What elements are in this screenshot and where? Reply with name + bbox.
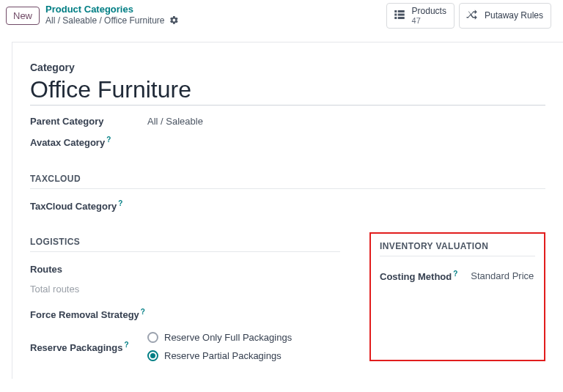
form-sheet-outer: Category Parent Category All / Saleable …: [0, 30, 563, 379]
shuffle-icon: [466, 8, 479, 23]
reserve-partial-label: Reserve Partial Packagings: [164, 350, 282, 361]
gear-icon[interactable]: [169, 15, 179, 28]
category-field-label: Category: [30, 62, 545, 73]
costing-method-value[interactable]: Standard Price: [471, 270, 534, 281]
taxcloud-label: TaxCloud Category?: [30, 199, 133, 212]
reserve-only-full-option[interactable]: Reserve Only Full Packagings: [147, 332, 292, 343]
total-routes-text: Total routes: [30, 284, 340, 295]
breadcrumb: Product Categories All / Saleable / Offi…: [45, 4, 380, 28]
force-removal-label: Force Removal Strategy?: [30, 308, 340, 320]
svg-rect-5: [397, 17, 404, 19]
routes-label: Routes: [30, 264, 340, 275]
putaway-stat-label: Putaway Rules: [485, 11, 543, 21]
list-icon: [393, 8, 406, 23]
two-column-area: LOGISTICS Routes Total routes Force Remo…: [30, 237, 545, 361]
parent-category-label: Parent Category: [30, 116, 133, 127]
reserve-packagings-label: Reserve Packagings?: [30, 341, 133, 353]
form-sheet: Category Parent Category All / Saleable …: [12, 42, 563, 379]
inventory-valuation-box: INVENTORY VALUATION Costing Method? Stan…: [369, 232, 545, 361]
help-icon[interactable]: ?: [141, 308, 145, 316]
costing-method-label: Costing Method?: [380, 270, 457, 282]
parent-category-row: Parent Category All / Saleable: [30, 116, 545, 127]
help-icon[interactable]: ?: [124, 341, 128, 349]
svg-rect-1: [397, 10, 404, 12]
products-stat-count: 47: [412, 16, 446, 25]
costing-method-row: Costing Method? Standard Price: [380, 270, 535, 282]
reserve-partial-option[interactable]: Reserve Partial Packagings: [147, 350, 292, 361]
reserve-packagings-row: Reserve Packagings? Reserve Only Full Pa…: [30, 332, 340, 361]
logistics-column: LOGISTICS Routes Total routes Force Remo…: [30, 237, 340, 361]
svg-rect-4: [394, 17, 397, 19]
reserve-packagings-options: Reserve Only Full Packagings Reserve Par…: [147, 332, 292, 361]
logistics-section-title: LOGISTICS: [30, 237, 340, 252]
avatax-label: Avatax Category?: [30, 136, 133, 148]
parent-category-value[interactable]: All / Saleable: [147, 116, 203, 127]
top-bar: New Product Categories All / Saleable / …: [0, 0, 563, 30]
taxcloud-section-title: TAXCLOUD: [30, 174, 545, 189]
radio-icon: [147, 332, 158, 343]
stat-buttons: Products 47 Putaway Rules: [386, 3, 557, 29]
reserve-only-full-label: Reserve Only Full Packagings: [164, 332, 292, 343]
help-icon[interactable]: ?: [118, 199, 122, 207]
svg-rect-0: [394, 10, 397, 12]
putaway-stat-button[interactable]: Putaway Rules: [459, 3, 551, 29]
new-button[interactable]: New: [6, 7, 40, 25]
breadcrumb-title-link[interactable]: Product Categories: [45, 4, 380, 15]
svg-rect-3: [397, 14, 404, 16]
breadcrumb-path-row: All / Saleable / Office Furniture: [45, 15, 380, 28]
category-name-input[interactable]: [30, 76, 545, 106]
avatax-row: Avatax Category?: [30, 136, 545, 148]
breadcrumb-path: All / Saleable / Office Furniture: [45, 16, 165, 26]
radio-icon: [147, 350, 158, 361]
help-icon[interactable]: ?: [106, 136, 111, 144]
taxcloud-row: TaxCloud Category?: [30, 199, 545, 212]
inventory-valuation-section-title: INVENTORY VALUATION: [380, 241, 535, 256]
products-stat-label: Products: [412, 7, 446, 16]
products-stat-button[interactable]: Products 47: [386, 3, 455, 29]
help-icon[interactable]: ?: [453, 270, 457, 278]
svg-rect-2: [394, 14, 397, 16]
